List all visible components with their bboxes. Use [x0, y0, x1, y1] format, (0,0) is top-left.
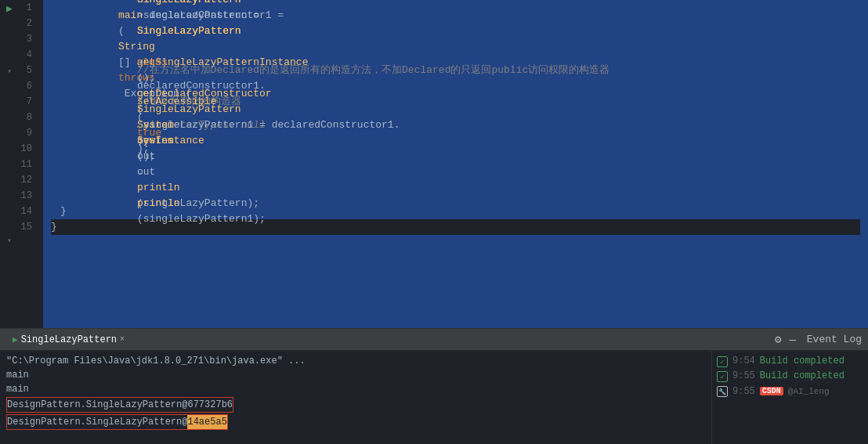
panel-settings-icon[interactable]: ⚙: [773, 331, 783, 348]
run-button[interactable]: ▶: [6, 2, 13, 17]
terminal-output3-suffix: 27b6: [210, 398, 233, 412]
terminal-output[interactable]: "C:\Program Files\Java\jdk1.8.0_271\bin\…: [0, 351, 711, 444]
line-gutter: ▶ ▾ ▾ 1 2 3 4 5 6 7 8 9 10 11 12 13 14 1…: [0, 0, 43, 328]
event-log-item-1: ✓ 9:54 Build completed: [712, 354, 868, 369]
terminal-line-output4: DesignPattern.SingleLazyPattern@ 14ae5a5: [6, 414, 228, 430]
event-log-item-3: 🔧 9:55 CSDN @AI_leng: [712, 384, 868, 399]
fold-marker-1[interactable]: ▾: [7, 64, 12, 80]
panel-content: "C:\Program Files\Java\jdk1.8.0_271\bin\…: [0, 351, 868, 444]
build-complete-icon-2: ✓: [717, 371, 728, 382]
bottom-panel: ▶ SingleLazyPattern × ⚙ — Event Log "C:\…: [0, 328, 868, 444]
event-log-time-1: 9:54: [732, 356, 755, 366]
event-log-panel: ✓ 9:54 Build completed ✓ 9:55 Build comp…: [711, 351, 868, 444]
panel-tab-actions: ⚙ —: [773, 331, 797, 348]
event-log-header-label: Event Log: [807, 334, 862, 345]
terminal-line-main2: main: [6, 382, 705, 396]
terminal-output4-prefix: DesignPattern.SingleLazyPattern@: [7, 415, 187, 429]
csdn-text: @AI_leng: [788, 387, 830, 396]
fold-marker-2[interactable]: ▾: [7, 233, 12, 249]
terminal-main1-text: main: [6, 368, 29, 382]
event-log-text-1[interactable]: Build completed: [760, 356, 844, 366]
event-log-text-2[interactable]: Build completed: [760, 370, 844, 381]
panel-minimize-icon[interactable]: —: [787, 332, 797, 348]
terminal-line-cmd: "C:\Program Files\Java\jdk1.8.0_271\bin\…: [6, 354, 705, 368]
code-lines: public static void main ( String [] args…: [43, 0, 868, 328]
code-line-12: System . out . println (singleLazyPatter…: [51, 172, 860, 188]
build-complete-icon-1: ✓: [717, 356, 728, 367]
terminal-cmd-text: "C:\Program Files\Java\jdk1.8.0_271\bin\…: [6, 354, 306, 368]
terminal-output4-highlight: 14ae5a5: [187, 415, 226, 429]
wrench-icon: 🔧: [717, 386, 728, 397]
run-tab-close[interactable]: ×: [120, 335, 125, 344]
event-log-time-2: 9:55: [732, 370, 755, 381]
terminal-line-output3: DesignPattern.SingleLazyPattern@6773 27b…: [6, 397, 233, 413]
event-log-time-3: 9:55: [732, 386, 755, 397]
run-tab-label: SingleLazyPattern: [21, 334, 117, 345]
run-tab[interactable]: ▶ SingleLazyPattern ×: [6, 331, 131, 348]
terminal-line-main1: main: [6, 368, 705, 382]
terminal-output3-prefix: DesignPattern.SingleLazyPattern@6773: [7, 398, 210, 412]
csdn-badge: CSDN: [760, 387, 783, 395]
terminal-main2-text: main: [6, 382, 29, 396]
code-editor: ▶ ▾ ▾ 1 2 3 4 5 6 7 8 9 10 11 12 13 14 1…: [0, 0, 868, 328]
event-log-item-2: ✓ 9:55 Build completed: [712, 369, 868, 384]
panel-tabs-bar: ▶ SingleLazyPattern × ⚙ — Event Log: [0, 329, 868, 351]
